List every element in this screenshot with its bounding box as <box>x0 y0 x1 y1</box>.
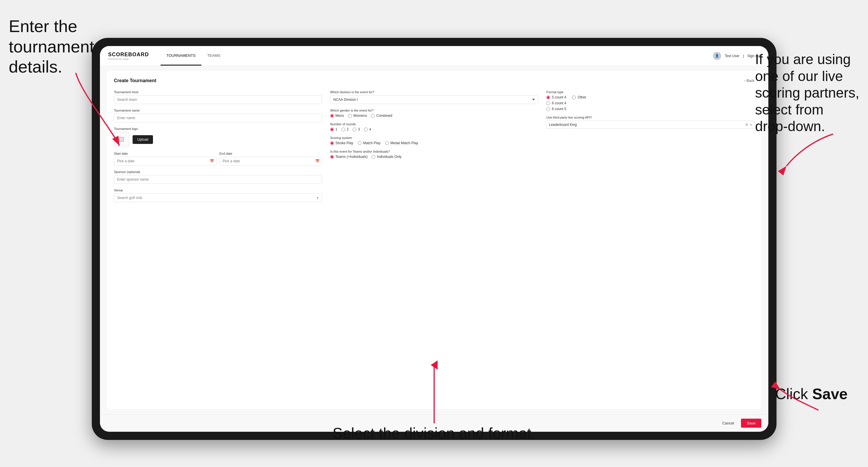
rounds-4[interactable]: 4 <box>364 127 371 131</box>
scoring-medal[interactable]: Medal Match Play <box>385 141 418 145</box>
format-6count5-label: 6 count 5 <box>552 107 566 111</box>
annotation-topleft: Enter thetournamentdetails. <box>9 16 94 77</box>
tab-tournaments[interactable]: TOURNAMENTS <box>160 46 202 66</box>
gender-mens[interactable]: Mens <box>330 114 344 118</box>
arrow-topleft-svg <box>58 70 131 152</box>
teams-plus-radio[interactable] <box>330 155 334 159</box>
gender-label: Which gender is the event for? <box>330 109 538 112</box>
name-input[interactable] <box>114 114 322 122</box>
teams-plus[interactable]: Teams (+Individuals) <box>330 155 367 159</box>
rounds-1-radio[interactable] <box>330 128 334 131</box>
scoring-match-label: Match Play <box>363 141 380 145</box>
sponsor-input[interactable] <box>114 175 322 184</box>
format-other-container: Other <box>572 95 586 99</box>
cancel-button[interactable]: Cancel <box>718 419 738 427</box>
scoring-label: Scoring system <box>330 136 538 139</box>
format-6count5[interactable]: 6 count 5 <box>546 107 566 111</box>
api-dropdown-icon[interactable]: ▾ <box>750 123 752 126</box>
teams-individuals-radio[interactable] <box>372 155 375 159</box>
host-input[interactable] <box>114 95 322 104</box>
division-select-wrapper: NCAA Division I NCAA Division II NCAA Di… <box>330 95 538 104</box>
gender-radio-group: Mens Womens Combined <box>330 114 538 118</box>
scoring-stroke-label: Stroke Play <box>335 141 353 145</box>
form-container: Create Tournament ‹ Back Tournament Host… <box>107 71 762 409</box>
gender-womens-radio[interactable] <box>348 114 352 118</box>
division-select[interactable]: NCAA Division I NCAA Division II NCAA Di… <box>330 95 538 104</box>
back-link[interactable]: ‹ Back <box>744 79 754 83</box>
rounds-2[interactable]: 2 <box>341 127 349 131</box>
gender-group: Which gender is the event for? Mens Wome… <box>330 109 538 118</box>
format-5count4-radio[interactable] <box>546 96 550 99</box>
sponsor-group: Sponsor (optional) <box>114 170 322 184</box>
logo-label: Tournament logo <box>114 127 322 130</box>
venue-group: Venue ▼ <box>114 188 322 202</box>
gender-womens[interactable]: Womens <box>348 114 367 118</box>
scoring-stroke-radio[interactable] <box>330 141 334 145</box>
format-5count4-label: 5 count 4 <box>552 95 566 99</box>
venue-dropdown-icon: ▼ <box>316 196 319 199</box>
end-date-input[interactable] <box>219 157 322 165</box>
format-other-radio[interactable] <box>572 96 576 99</box>
avatar: 👤 <box>713 52 721 60</box>
rounds-3-radio[interactable] <box>352 128 356 131</box>
start-date-wrapper: 📅 <box>114 157 216 165</box>
navbar-tabs: TOURNAMENTS TEAMS <box>160 46 226 66</box>
arrow-topright-svg <box>781 128 839 175</box>
rounds-3[interactable]: 3 <box>352 127 360 131</box>
form-col-1: Tournament Host Tournament name Tourname… <box>114 90 322 402</box>
teams-radio-group: Teams (+Individuals) Individuals Only <box>330 155 538 159</box>
format-6count4-label: 6 count 4 <box>552 101 566 105</box>
format-5count4[interactable]: 5 count 4 <box>546 95 566 99</box>
host-group: Tournament Host <box>114 90 322 104</box>
scoring-stroke[interactable]: Stroke Play <box>330 141 353 145</box>
format-other-label: Other <box>578 95 586 99</box>
form-columns: Tournament Host Tournament name Tourname… <box>114 90 754 402</box>
logo-upload-area: 🖼 Upload <box>114 132 322 147</box>
tab-teams[interactable]: TEAMS <box>202 46 226 66</box>
api-tag[interactable]: Leaderboard King ✕ ▾ <box>546 121 754 129</box>
end-date-wrapper: 📅 <box>219 157 322 165</box>
name-group: Tournament name <box>114 109 322 122</box>
format-options-container: 5 count 4 6 count 4 6 count 5 <box>546 95 754 111</box>
navbar-right: 👤 Test User | Sign out <box>713 52 760 60</box>
form-col-2: Which division is the event for? NCAA Di… <box>330 90 538 402</box>
start-date-group: Start date 📅 <box>114 152 216 165</box>
venue-select-wrapper: ▼ <box>114 193 322 202</box>
gender-combined[interactable]: Combined <box>371 114 392 118</box>
rounds-1[interactable]: 1 <box>330 127 337 131</box>
gender-mens-label: Mens <box>335 114 344 118</box>
venue-input[interactable] <box>114 193 322 202</box>
save-button[interactable]: Save <box>741 418 762 428</box>
upload-button[interactable]: Upload <box>132 135 153 144</box>
annotation-bottomcenter: Select the division and format. <box>333 424 535 442</box>
rounds-4-radio[interactable] <box>364 128 368 131</box>
logo-group: Tournament logo 🖼 Upload <box>114 127 322 147</box>
format-6count5-radio[interactable] <box>546 107 550 111</box>
teams-plus-label: Teams (+Individuals) <box>335 155 367 159</box>
scoring-match-radio[interactable] <box>358 141 362 145</box>
api-remove-icon[interactable]: ✕ <box>745 122 748 127</box>
format-other[interactable]: Other <box>572 95 586 99</box>
host-label: Tournament Host <box>114 90 322 94</box>
scoring-group: Scoring system Stroke Play Match Play <box>330 136 538 145</box>
gender-mens-radio[interactable] <box>330 114 334 118</box>
name-label: Tournament name <box>114 109 322 112</box>
start-date-input[interactable] <box>114 157 216 165</box>
scoring-medal-radio[interactable] <box>385 141 389 145</box>
teams-individuals-label: Individuals Only <box>377 155 402 159</box>
rounds-group: Number of rounds 1 2 <box>330 122 538 131</box>
arrow-bottomcenter-svg <box>430 362 438 426</box>
format-group: Format type 5 count 4 6 count <box>546 90 754 111</box>
sponsor-label: Sponsor (optional) <box>114 170 322 174</box>
rounds-2-radio[interactable] <box>341 128 345 131</box>
gender-combined-radio[interactable] <box>371 114 375 118</box>
form-col-3: Format type 5 count 4 6 count <box>546 90 754 402</box>
user-name: Test User <box>725 54 740 58</box>
scoring-match[interactable]: Match Play <box>358 141 380 145</box>
teams-individuals[interactable]: Individuals Only <box>372 155 402 159</box>
teams-label: Is this event for Teams and/or Individua… <box>330 150 538 153</box>
format-6count4[interactable]: 6 count 4 <box>546 101 566 105</box>
format-6count4-radio[interactable] <box>546 101 550 105</box>
format-label: Format type <box>546 90 754 94</box>
division-group: Which division is the event for? NCAA Di… <box>330 90 538 104</box>
